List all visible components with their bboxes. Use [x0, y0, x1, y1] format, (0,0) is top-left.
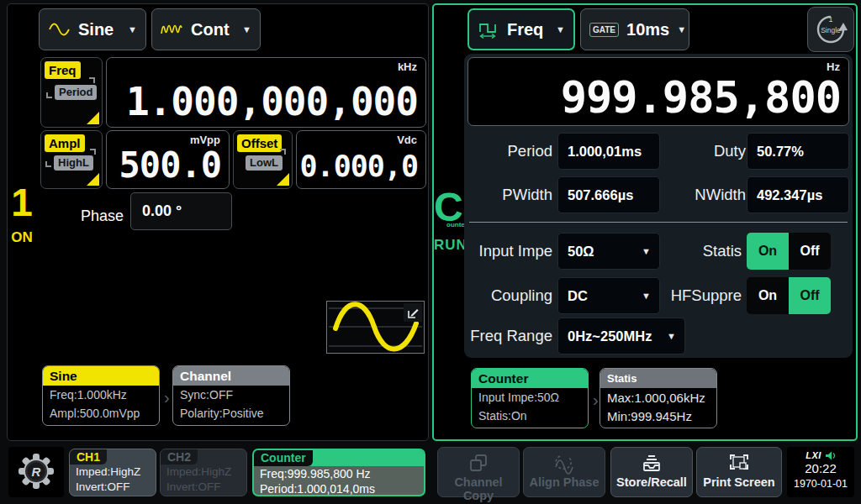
footer-card-statis[interactable]: Statis Max:1.000,06kHz Min:999.945Hz: [600, 368, 717, 428]
offset-display[interactable]: Vdc 0.000,0: [296, 130, 426, 189]
counter-letter: C ounter: [434, 186, 462, 228]
footer-card-line: Min:999.945Hz: [600, 407, 716, 425]
footer-card-counter[interactable]: Counter Input Impe:50Ω Statis:On: [471, 368, 589, 428]
offset-lowlevel-softkey[interactable]: Offset LowL: [233, 130, 293, 189]
amplitude-display[interactable]: mVpp 500.0: [106, 130, 230, 189]
gate-time-select[interactable]: GATE 10ms ▼: [580, 8, 689, 50]
hfsuppre-toggle: On Off: [747, 277, 831, 314]
phase-input[interactable]: 0.00 °: [130, 192, 232, 230]
channel-on-label: ON: [8, 229, 36, 246]
counter-settings-area: Hz 999.985,800 Period 1.000,01ms Duty 50…: [464, 54, 853, 358]
corner-mark: [280, 149, 286, 155]
counter-status-line: Period:1.000,014,0ms: [254, 481, 424, 496]
hfsuppre-on-button[interactable]: On: [747, 277, 789, 314]
channel1-panel: 1 ON Sine ▼ Cont ▼ Freq Period kHz 1: [7, 3, 429, 441]
edit-waveform-button[interactable]: [404, 303, 422, 322]
offset-unit: Vdc: [397, 134, 417, 146]
period-label: Period: [468, 142, 552, 160]
status-clock: LXI 20:22 1970-01-01: [787, 447, 854, 497]
footer-card-channel[interactable]: Channel Sync:OFF Polarity:Positive: [172, 365, 290, 426]
gate-badge: GATE: [589, 23, 619, 37]
phase-label: Phase: [24, 207, 124, 225]
duty-label: Duty: [662, 142, 746, 160]
footer-card-counter-title: Counter: [472, 369, 588, 388]
frequency-display[interactable]: kHz 1.000,000,000: [106, 57, 426, 128]
chevron-right-icon: ›: [593, 391, 599, 410]
counter-state-badge[interactable]: C ounter RUN: [434, 186, 462, 254]
speaker-icon: [825, 451, 836, 460]
amplitude-value: 500.0: [119, 144, 221, 186]
footer-card-statis-title: Statis: [600, 369, 716, 388]
ampl-highlevel-softkey[interactable]: Ampl HighL: [40, 130, 103, 189]
input-impedance-select[interactable]: 50Ω ▼: [557, 233, 660, 270]
channel-copy-button[interactable]: Channel Copy: [437, 447, 520, 497]
footer-card-line: Polarity:Positive: [173, 405, 289, 423]
corner-mark: [90, 149, 96, 155]
statis-on-button[interactable]: On: [747, 233, 789, 270]
lxi-logo: LXI: [806, 450, 821, 460]
print-screen-label: Print Screen: [697, 475, 781, 489]
coupling-select[interactable]: DC ▼: [557, 277, 660, 314]
footer-card-sine-title: Sine: [43, 366, 159, 386]
highlevel-key-label: HighL: [54, 155, 93, 171]
ch1-status-card[interactable]: CH1 Imped:HighZ Invert:OFF: [69, 449, 156, 496]
statis-label: Statis: [662, 242, 742, 260]
brand-logo-letter: R: [27, 463, 45, 481]
utility-gear-button[interactable]: R: [8, 447, 64, 497]
chevron-right-icon: ›: [164, 388, 170, 407]
chevron-down-icon: ▼: [642, 278, 651, 313]
chevron-down-icon: ▼: [242, 24, 251, 34]
chevron-down-icon: ▼: [556, 24, 565, 34]
counter-mode-select[interactable]: Freq ▼: [467, 8, 575, 50]
period-key-label: Period: [55, 85, 97, 100]
hfsuppre-label: HFSuppre: [654, 286, 742, 305]
ch1-status-line: Invert:OFF: [70, 480, 156, 495]
screen: 1 ON Sine ▼ Cont ▼ Freq Period kHz 1: [0, 0, 861, 504]
waveform-select-label: Sine: [78, 20, 120, 39]
footer-card-line: Statis:On: [472, 407, 588, 425]
frequency-unit: kHz: [398, 60, 417, 73]
footer-card-line: Input Impe:50Ω: [472, 389, 588, 407]
continuous-wave-icon: [161, 21, 183, 38]
ch2-status-card[interactable]: CH2 Imped:HighZ Invert:OFF: [160, 449, 247, 496]
status-date: 1970-01-01: [787, 477, 854, 491]
period-value[interactable]: 1.000,01ms: [557, 133, 660, 170]
divider: [469, 222, 848, 223]
store-recall-icon: [611, 453, 692, 475]
input-impedance-label: Input Impe: [468, 242, 552, 260]
align-phase-label: Align Phase: [524, 475, 605, 489]
waveform-select[interactable]: Sine ▼: [39, 8, 146, 50]
footer-card-sine[interactable]: Sine Freq:1.000kHz Ampl:500.0mVpp: [42, 365, 160, 426]
ch1-tab: CH1: [70, 449, 107, 465]
chevron-down-icon: ▼: [677, 24, 686, 34]
sine-icon: [48, 22, 71, 37]
nwidth-value[interactable]: 492.347µs: [747, 176, 849, 213]
hfsuppre-off-button[interactable]: Off: [789, 277, 831, 314]
single-run-button[interactable]: 1 Single: [807, 7, 854, 52]
freq-period-softkey[interactable]: Freq Period: [40, 57, 103, 128]
footer-card-line: Ampl:500.0mVpp: [43, 405, 159, 423]
run-mode-label: Cont: [191, 20, 235, 39]
corner-mark: [45, 161, 51, 167]
waveform-preview[interactable]: [326, 301, 425, 354]
ch2-tab: CH2: [161, 449, 198, 465]
chevron-down-icon: ▼: [642, 234, 651, 269]
footer-card-channel-title: Channel: [173, 366, 289, 386]
align-phase-button[interactable]: Align Phase: [523, 447, 605, 497]
counter-status-card[interactable]: Counter Freq:999.985,800 Hz Period:1.000…: [252, 449, 425, 496]
statis-off-button[interactable]: Off: [789, 233, 831, 270]
ampl-key-label: Ampl: [45, 134, 85, 152]
align-phase-icon: [524, 453, 605, 475]
run-mode-select[interactable]: Cont ▼: [151, 8, 261, 50]
freq-range-select[interactable]: 0Hz~250MHz ▼: [557, 318, 685, 354]
pwidth-value[interactable]: 507.666µs: [557, 176, 660, 213]
store-recall-button[interactable]: Store/Recall: [610, 447, 693, 497]
copy-icon: [438, 453, 519, 475]
ch1-status-line: Imped:HighZ: [70, 465, 156, 480]
footer-card-line: Freq:1.000kHz: [43, 386, 159, 404]
duty-value[interactable]: 50.77%: [747, 133, 849, 170]
pwidth-label: PWidth: [468, 186, 552, 204]
counter-main-display[interactable]: Hz 999.985,800: [467, 57, 849, 126]
print-screen-button[interactable]: Print Screen: [696, 447, 782, 497]
freq-range-label: Freq Range: [464, 327, 552, 345]
